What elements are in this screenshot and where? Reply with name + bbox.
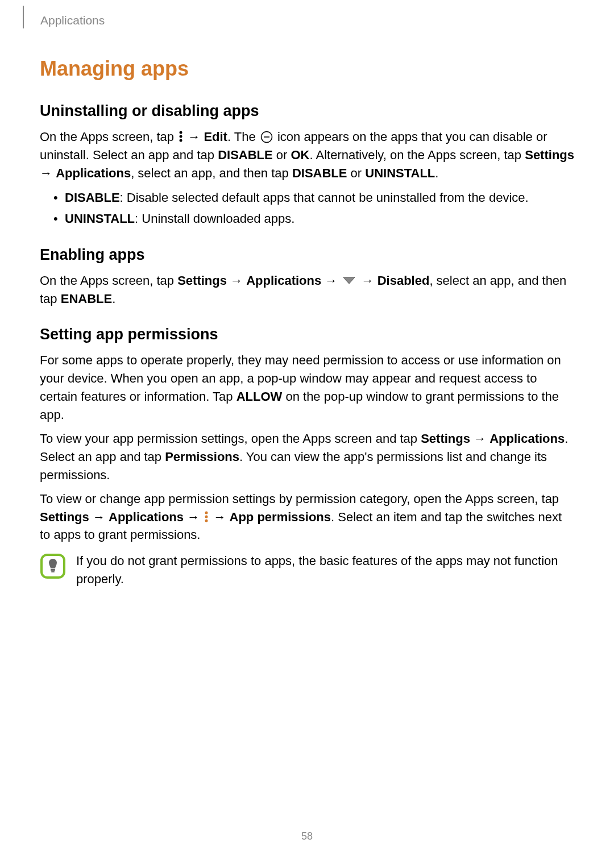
svg-point-6 — [205, 511, 208, 514]
minus-circle-icon — [260, 131, 273, 143]
note-block: If you do not grant permissions to apps,… — [40, 552, 574, 588]
arrow: → — [40, 166, 56, 180]
text: On the Apps screen, tap — [40, 130, 177, 144]
svg-marker-5 — [343, 277, 355, 284]
list-item: UNINSTALL: Uninstall downloaded apps. — [40, 209, 574, 228]
svg-point-7 — [205, 515, 208, 518]
section2-paragraph: On the Apps screen, tap Settings → Appli… — [40, 272, 574, 308]
svg-point-8 — [205, 519, 208, 522]
section3-paragraph1: For some apps to operate properly, they … — [40, 351, 574, 424]
text: To view your app permission settings, op… — [40, 431, 421, 446]
applications-label: Applications — [246, 273, 321, 288]
text: or — [273, 148, 291, 162]
text: On the Apps screen, tap — [40, 273, 177, 288]
page-number: 58 — [0, 830, 614, 842]
bullet-list: DISABLE: Disable selected default apps t… — [40, 188, 574, 228]
permissions-label: Permissions — [165, 450, 239, 464]
svg-rect-10 — [51, 569, 55, 571]
enable-label: ENABLE — [61, 292, 112, 306]
page-content: Managing apps Uninstalling or disabling … — [40, 57, 574, 588]
arrow: → — [321, 273, 341, 288]
text: , select an app, and then tap — [131, 166, 292, 180]
text: : Disable selected default apps that can… — [120, 190, 529, 205]
text: To view or change app permission setting… — [40, 492, 559, 506]
list-item: DISABLE: Disable selected default apps t… — [40, 188, 574, 207]
arrow: → — [227, 273, 246, 288]
disable-label: DISABLE — [218, 148, 273, 162]
arrow: → — [89, 510, 109, 524]
applications-label: Applications — [109, 510, 184, 524]
svg-point-0 — [180, 131, 182, 134]
section-heading-permissions: Setting app permissions — [40, 326, 574, 343]
text: or — [347, 166, 365, 180]
header-divider — [23, 6, 24, 28]
section-heading-uninstalling: Uninstalling or disabling apps — [40, 102, 574, 120]
uninstall-term: UNINSTALL — [65, 211, 135, 226]
text: . Alternatively, on the Apps screen, tap — [309, 148, 525, 162]
arrow: → — [470, 431, 489, 446]
svg-point-2 — [180, 139, 182, 142]
text: → — [184, 130, 204, 144]
svg-rect-11 — [51, 571, 55, 572]
arrow: → — [358, 273, 377, 288]
text: . — [435, 166, 438, 180]
page-header: Applications — [23, 6, 105, 31]
ok-label: OK — [291, 148, 309, 162]
arrow: → — [210, 510, 229, 524]
app-permissions-label: App permissions — [230, 510, 331, 524]
text: : Uninstall downloaded apps. — [135, 211, 294, 226]
disable-label: DISABLE — [292, 166, 347, 180]
more-icon — [204, 510, 209, 523]
note-icon — [40, 553, 66, 579]
edit-label: Edit — [204, 130, 227, 144]
settings-label: Settings — [177, 273, 227, 288]
section-heading-enabling: Enabling apps — [40, 246, 574, 264]
section3-paragraph2: To view your app permission settings, op… — [40, 430, 574, 484]
settings-label: Settings — [421, 431, 470, 446]
main-heading: Managing apps — [40, 57, 574, 81]
applications-label: Applications — [489, 431, 565, 446]
disable-term: DISABLE — [65, 190, 120, 205]
svg-point-1 — [180, 135, 182, 138]
text: . — [112, 292, 115, 306]
settings-label: Settings — [40, 510, 89, 524]
applications-label: Applications — [56, 166, 131, 180]
settings-label: Settings — [525, 148, 574, 162]
text: . The — [227, 130, 259, 144]
allow-label: ALLOW — [237, 389, 283, 404]
note-text: If you do not grant permissions to apps,… — [76, 552, 574, 588]
section1-paragraph: On the Apps screen, tap → Edit. The icon… — [40, 128, 574, 182]
disabled-label: Disabled — [377, 273, 430, 288]
dropdown-icon — [343, 277, 355, 284]
section3-paragraph3: To view or change app permission setting… — [40, 490, 574, 545]
arrow: → — [184, 510, 203, 524]
uninstall-label: UNINSTALL — [365, 166, 435, 180]
breadcrumb: Applications — [40, 6, 105, 27]
more-icon — [179, 130, 183, 143]
